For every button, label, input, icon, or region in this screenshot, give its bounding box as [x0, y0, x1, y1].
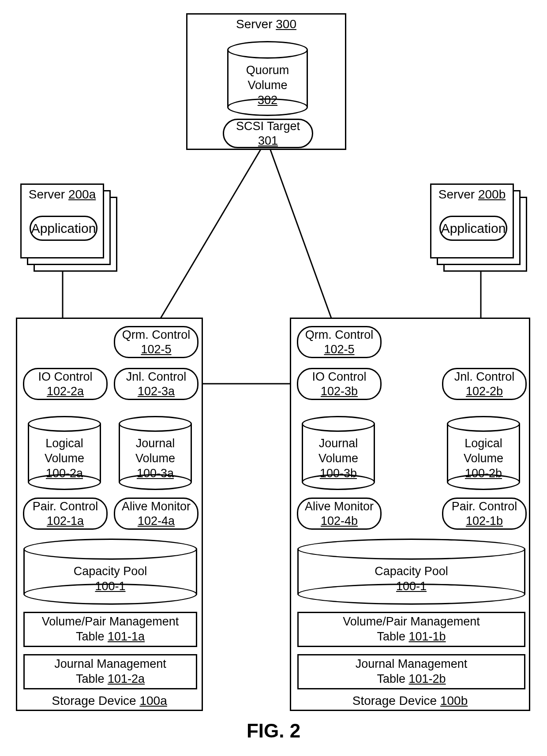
svg-line-0 [157, 149, 261, 324]
server-200a-title: Server 200a [22, 185, 103, 202]
storage-b-qrm-control-pill: Qrm. Control 102-5 [297, 326, 382, 358]
server-200b-application-pill: Application [439, 216, 507, 241]
storage-b-vpm-table-line2-prefix: Table [377, 630, 405, 643]
storage-a-jnl-control-ref: 102-3a [138, 384, 175, 398]
storage-a-vpm-table-ref: 101-1a [108, 630, 145, 643]
server-300-box: Server 300 Quorum Volume 302 SCSI Target… [186, 13, 346, 150]
storage-a-logical-vol-ref: 100-2a [46, 466, 83, 481]
storage-b-vpm-table-line1: Volume/Pair Management [343, 614, 480, 629]
storage-b-vpm-table-ref: 101-1b [408, 630, 446, 643]
storage-b-pair-control-ref: 102-1b [466, 514, 503, 528]
server-200a-application-pill: Application [30, 216, 97, 241]
storage-b-qrm-control-label: Qrm. Control [305, 328, 374, 342]
storage-b-footer: Storage Device 100b [291, 694, 529, 708]
storage-b-capacity-pool-label: Capacity Pool [375, 565, 448, 578]
storage-b-logical-volume-cyl: Logical Volume 100-2b [447, 416, 520, 490]
server-200a-stack: Server 200a Application [20, 183, 117, 272]
storage-a-vpm-table-line1: Volume/Pair Management [42, 614, 179, 629]
storage-a-footer-ref: 100a [139, 694, 167, 707]
quorum-volume-line1: Quorum [246, 64, 289, 77]
storage-a-qrm-control-ref: 102-5 [141, 342, 171, 356]
storage-a-jm-table-line2-prefix: Table [76, 672, 105, 685]
storage-b-pair-control-pill: Pair. Control 102-1b [442, 498, 527, 530]
storage-b-jnl-control-pill: Jnl. Control 102-2b [442, 368, 527, 400]
server-200b-title-prefix: Server [438, 187, 475, 201]
storage-a-footer-prefix: Storage Device [52, 694, 136, 707]
server-200a-application-label: Application [31, 221, 96, 236]
storage-b-io-control-ref: 102-3b [321, 384, 358, 398]
storage-b-jnl-control-ref: 102-2b [466, 384, 503, 398]
storage-a-journal-vol-line1: Journal [136, 437, 175, 450]
storage-a-alive-monitor-ref: 102-4a [138, 514, 175, 528]
storage-b-journal-vol-line2: Volume [318, 452, 358, 465]
storage-b-jm-table-line2-prefix: Table [377, 672, 405, 685]
storage-a-logical-vol-line1: Logical [45, 437, 83, 450]
server-300-title: Server 300 [187, 15, 345, 31]
storage-a-pair-control-label: Pair. Control [33, 499, 98, 513]
storage-a-qrm-control-pill: Qrm. Control 102-5 [114, 326, 199, 358]
storage-a-jm-table-line1: Journal Management [54, 657, 166, 672]
storage-a-vpm-table-line2-prefix: Table [76, 630, 105, 643]
scsi-target-ref: 301 [258, 134, 278, 148]
storage-a-capacity-pool-label: Capacity Pool [74, 565, 147, 578]
storage-b-alive-monitor-label: Alive Monitor [305, 499, 374, 513]
storage-b-footer-prefix: Storage Device [352, 694, 437, 707]
storage-a-journal-vol-ref: 100-3a [137, 466, 174, 481]
storage-b-pair-control-label: Pair. Control [452, 499, 517, 513]
storage-device-a-box: Qrm. Control 102-5 IO Control 102-2a Jnl… [16, 318, 203, 711]
storage-a-qrm-control-label: Qrm. Control [122, 328, 191, 342]
storage-b-footer-ref: 100b [440, 694, 468, 707]
storage-device-b-box: Qrm. Control 102-5 IO Control 102-3b Jnl… [290, 318, 530, 711]
storage-b-jnl-control-label: Jnl. Control [454, 370, 515, 384]
storage-a-journal-volume-cyl: Journal Volume 100-3a [119, 416, 192, 490]
storage-a-vpm-table-rect: Volume/Pair Management Table 101-1a [23, 612, 197, 647]
storage-a-alive-monitor-label: Alive Monitor [122, 499, 191, 513]
storage-a-pair-control-pill: Pair. Control 102-1a [23, 498, 108, 530]
storage-a-footer: Storage Device 100a [17, 694, 202, 708]
scsi-target-label: SCSI Target [236, 119, 300, 133]
storage-a-journal-vol-line2: Volume [135, 452, 175, 465]
storage-b-logical-vol-ref: 100-2b [465, 466, 502, 481]
storage-a-capacity-pool-cyl: Capacity Pool 100-1 [23, 539, 197, 605]
server-300-title-prefix: Server [236, 17, 272, 31]
svg-line-1 [270, 149, 333, 324]
storage-b-qrm-control-ref: 102-5 [324, 342, 354, 356]
storage-a-io-control-pill: IO Control 102-2a [23, 368, 108, 400]
storage-a-pair-control-ref: 102-1a [47, 514, 84, 528]
storage-a-io-control-ref: 102-2a [47, 384, 84, 398]
scsi-target-pill: SCSI Target 301 [223, 119, 313, 148]
storage-a-jm-table-rect: Journal Management Table 101-2a [23, 654, 197, 689]
storage-b-capacity-pool-cyl: Capacity Pool 100-1 [297, 539, 525, 605]
server-200b-stack: Server 200b Application [430, 183, 527, 272]
storage-a-logical-vol-line2: Volume [45, 452, 84, 465]
storage-b-logical-vol-line2: Volume [464, 452, 503, 465]
server-200a-ref: 200a [68, 187, 96, 201]
storage-b-journal-vol-ref: 100-3b [320, 466, 357, 481]
storage-b-alive-monitor-pill: Alive Monitor 102-4b [297, 498, 382, 530]
storage-b-alive-monitor-ref: 102-4b [321, 514, 358, 528]
storage-b-capacity-pool-ref: 100-1 [396, 579, 427, 594]
server-300-ref: 300 [276, 17, 296, 31]
storage-a-capacity-pool-ref: 100-1 [95, 579, 125, 594]
storage-a-jm-table-ref: 101-2a [108, 672, 145, 685]
quorum-volume-cylinder: Quorum Volume 302 [227, 41, 308, 116]
server-200b-application-label: Application [441, 221, 506, 236]
storage-b-journal-volume-cyl: Journal Volume 100-3b [302, 416, 375, 490]
storage-b-jm-table-rect: Journal Management Table 101-2b [297, 654, 525, 689]
storage-b-logical-vol-line1: Logical [465, 437, 502, 450]
storage-b-journal-vol-line1: Journal [319, 437, 358, 450]
storage-a-jnl-control-pill: Jnl. Control 102-3a [114, 368, 199, 400]
storage-a-logical-volume-cyl: Logical Volume 100-2a [28, 416, 101, 490]
storage-b-vpm-table-rect: Volume/Pair Management Table 101-1b [297, 612, 525, 647]
server-200b-title: Server 200b [431, 185, 513, 202]
storage-b-jm-table-ref: 101-2b [408, 672, 446, 685]
storage-a-alive-monitor-pill: Alive Monitor 102-4a [114, 498, 199, 530]
storage-a-jnl-control-label: Jnl. Control [126, 370, 187, 384]
quorum-volume-line2: Volume [247, 79, 287, 92]
storage-b-io-control-label: IO Control [312, 370, 366, 384]
server-200a-title-prefix: Server [29, 187, 65, 201]
server-200b-ref: 200b [478, 187, 506, 201]
quorum-volume-ref: 302 [258, 93, 277, 108]
storage-b-io-control-pill: IO Control 102-3b [297, 368, 382, 400]
figure-caption: FIG. 2 [0, 720, 547, 742]
